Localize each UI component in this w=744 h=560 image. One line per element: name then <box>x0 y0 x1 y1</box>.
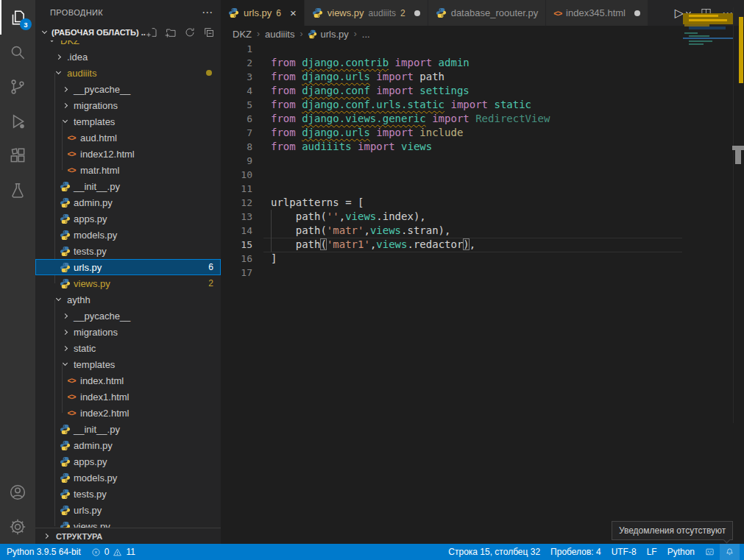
tree-folder-audiiits[interactable]: audiiits <box>35 65 221 81</box>
tree-file-index2.html[interactable]: <>index2.html <box>35 405 221 421</box>
statusbar-indentation[interactable]: Пробелов: 4 <box>545 544 606 560</box>
workspace-section-header[interactable]: (РАБОЧАЯ ОБЛАСТЬ) ... <box>35 24 221 40</box>
code-token: django.contrib <box>302 57 389 68</box>
breadcrumb-item-...[interactable]: ... <box>362 29 370 40</box>
code-editor[interactable]: 12from django.contrib import admin3from … <box>221 42 744 544</box>
tree-item-label: templates <box>74 116 115 127</box>
code-token: import <box>389 57 438 68</box>
code-token: settings <box>419 85 469 96</box>
code-token: .stran), <box>401 224 450 236</box>
error-circle-icon <box>91 547 101 557</box>
statusbar-feedback[interactable] <box>700 544 720 560</box>
activity-bar-settings[interactable] <box>0 509 35 544</box>
modified-dot <box>634 10 640 16</box>
tree-file-tests.py[interactable]: tests.py <box>35 243 221 259</box>
code-token: '' <box>327 210 339 222</box>
tree-file-index.html[interactable]: <>index.html <box>35 372 221 389</box>
tree-file-models.py[interactable]: models.py <box>35 227 221 243</box>
run-dropdown-chevron-icon[interactable] <box>686 9 691 14</box>
activity-bar-account[interactable] <box>0 475 35 509</box>
activity-bar-extensions[interactable] <box>0 138 35 173</box>
activity-bar-search[interactable] <box>0 35 35 69</box>
notifications-tooltip: Уведомления отсутствуют <box>612 521 733 540</box>
tree-folder-migrations[interactable]: migrations <box>35 97 221 113</box>
tree-folder-__pycache__[interactable]: __pycache__ <box>35 308 221 324</box>
tab-urls.py[interactable]: urls.py6× <box>221 0 305 26</box>
tree-item-label: static <box>74 343 96 354</box>
statusbar-problems[interactable]: 011 <box>86 544 141 560</box>
code-line-text: path('',views.index), <box>252 210 426 224</box>
statusbar-language-mode[interactable]: Python <box>662 544 700 560</box>
line-number: 12 <box>221 196 252 210</box>
html-file-icon: <> <box>65 408 77 417</box>
tree-file-aud.html[interactable]: <>aud.html <box>35 130 221 146</box>
run-icon: ▷ <box>675 6 684 20</box>
run-button[interactable]: ▷ <box>675 6 690 20</box>
breadcrumb-label: audiiits <box>265 29 294 40</box>
tree-item-label: urls.py <box>74 505 102 516</box>
code-token: import <box>370 127 419 138</box>
python-file-icon <box>59 213 71 224</box>
tree-file-admin.py[interactable]: admin.py <box>35 194 221 210</box>
tree-folder-templates[interactable]: templates <box>35 356 221 372</box>
code-token: , <box>364 224 369 236</box>
tree-item-label: index1.html <box>80 391 129 403</box>
tree-file-tests.py[interactable]: tests.py <box>35 486 221 502</box>
editor-more-actions-icon[interactable]: ⋯ <box>722 7 734 20</box>
tree-folder-static[interactable]: static <box>35 340 221 356</box>
tree-file-admin.py[interactable]: admin.py <box>35 437 221 453</box>
code-line-text <box>252 42 271 56</box>
breadcrumb-item-urls.py[interactable]: urls.py <box>308 29 348 40</box>
tree-item-label: index12.html <box>80 149 135 160</box>
tree-file-index1.html[interactable]: <>index1.html <box>35 389 221 405</box>
activity-bar-testing[interactable] <box>0 173 35 208</box>
breadcrumb-item-audiiits[interactable]: audiiits <box>265 29 294 40</box>
tab-index345.html[interactable]: <>index345.html <box>546 0 648 26</box>
tree-file-apps.py[interactable]: apps.py <box>35 210 221 227</box>
tree-item-label: __pycache__ <box>74 311 130 322</box>
tree-folder-.idea[interactable]: .idea <box>35 49 221 65</box>
statusbar-cursor-position[interactable]: Строка 15, столбец 32 <box>443 544 545 560</box>
tree-folder-migrations[interactable]: migrations <box>35 324 221 340</box>
more-actions-icon[interactable]: ⋯ <box>202 6 213 19</box>
tree-folder-aythh[interactable]: aythh <box>35 291 221 308</box>
tree-file-__init__.py[interactable]: __init__.py <box>35 421 221 437</box>
tree-folder-templates[interactable]: templates <box>35 113 221 130</box>
tree-file-views.py[interactable]: views.py2 <box>35 275 221 291</box>
extensions-icon <box>8 146 27 166</box>
outline-section-header[interactable]: СТРУКТУРА <box>35 528 221 544</box>
tree-file-views.py[interactable]: views.py <box>35 518 221 528</box>
tab-views.py[interactable]: views.pyaudiiits2 <box>305 0 428 26</box>
activity-bar-explorer[interactable]: 3 <box>0 0 35 35</box>
modified-dot <box>414 10 420 16</box>
tree-file-models.py[interactable]: models.py <box>35 469 221 486</box>
tree-file-urls.py[interactable]: urls.py6 <box>35 259 221 275</box>
tree-folder-DKZ[interactable]: DKZ <box>35 40 221 49</box>
activity-bar-source-control[interactable] <box>0 69 35 104</box>
chevron-right-icon <box>59 347 71 350</box>
statusbar-encoding[interactable]: UTF-8 <box>606 544 642 560</box>
tree-file-urls.py[interactable]: urls.py <box>35 502 221 518</box>
tree-file-apps.py[interactable]: apps.py <box>35 453 221 469</box>
tree-item-label: models.py <box>74 472 117 483</box>
code-line: 9 <box>221 154 682 168</box>
statusbar-eol[interactable]: LF <box>642 544 662 560</box>
activity-bar-run-debug[interactable] <box>0 104 35 138</box>
code-token: django.conf.urls.static <box>302 99 444 110</box>
tree-folder-__pycache__[interactable]: __pycache__ <box>35 81 221 97</box>
tree-file-matr.html[interactable]: <>matr.html <box>35 162 221 178</box>
tab-description: audiiits <box>369 8 396 18</box>
close-icon[interactable]: × <box>290 7 297 18</box>
code-line: 17 <box>221 266 682 280</box>
tab-database_roouter.py[interactable]: database_roouter.py <box>428 0 547 26</box>
tree-item-label: urls.py <box>74 262 102 273</box>
tree-file-__init__.py[interactable]: __init__.py <box>35 178 221 194</box>
activity-bar: 3 <box>0 0 35 544</box>
statusbar-python-interpreter[interactable]: Python 3.9.5 64-bit <box>1 544 86 560</box>
tree-file-index12.html[interactable]: <>index12.html <box>35 146 221 162</box>
code-token: from <box>271 141 302 152</box>
breadcrumb-item-DKZ[interactable]: DKZ <box>233 29 252 40</box>
split-editor-icon[interactable] <box>701 7 712 18</box>
statusbar-notifications[interactable] <box>720 544 740 560</box>
line-number: 2 <box>221 56 252 70</box>
